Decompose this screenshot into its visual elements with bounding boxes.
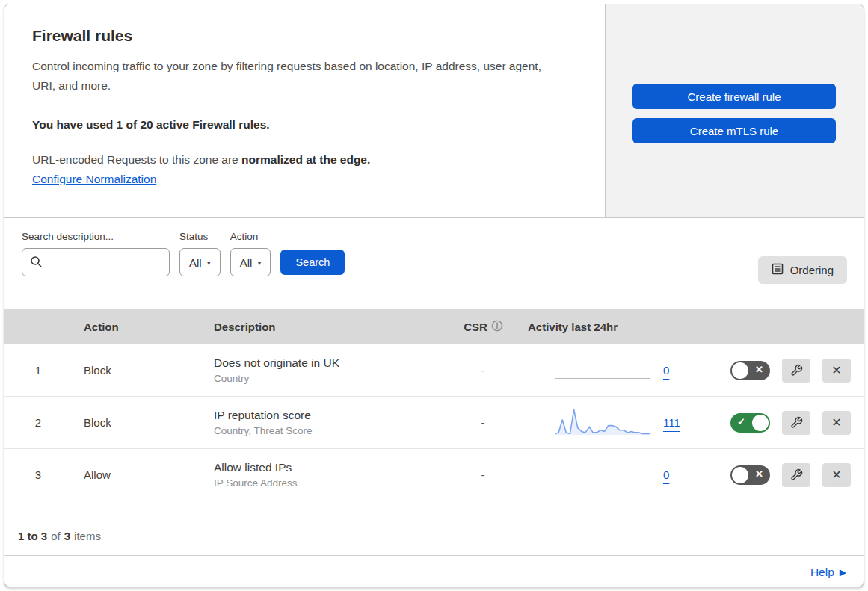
rule-description: IP reputation score [214, 409, 453, 422]
close-icon: ✕ [831, 363, 841, 377]
rule-controls: ✓ ✕ [714, 411, 864, 435]
table-header: Action Description CSR ⓘ Activity last 2… [4, 309, 864, 344]
normalization-bold: normalized at the edge. [241, 153, 370, 166]
rule-description-cell: Does not originate in UK Country [214, 356, 453, 384]
activity-sparkline [555, 460, 650, 490]
filter-group: Search description... Status All ▾ Actio… [22, 231, 847, 276]
ordering-label: Ordering [790, 264, 834, 276]
page-description: Control incoming traffic to your zone by… [32, 57, 567, 96]
rule-controls: ✕ ✕ [714, 359, 864, 383]
action-label: Action [230, 231, 271, 242]
activity-count-link[interactable]: 0 [663, 468, 669, 481]
rule-csr: - [453, 364, 513, 377]
toggle-off-x-icon: ✕ [755, 468, 763, 480]
help-row: Help ▶ [4, 556, 864, 587]
table-row: 3 Allow Allow listed IPs IP Source Addre… [4, 449, 864, 501]
search-label: Search description... [22, 231, 170, 242]
normalization-note: URL-encoded Requests to this zone are no… [32, 153, 575, 167]
rule-description: Does not originate in UK [214, 356, 453, 370]
table-row: 2 Block IP reputation score Country, Thr… [4, 397, 864, 449]
csr-header-label: CSR [464, 321, 487, 333]
delete-rule-button[interactable]: ✕ [822, 411, 851, 435]
normalization-prefix: URL-encoded Requests to this zone are [32, 153, 241, 166]
edit-rule-button[interactable] [782, 463, 810, 487]
close-icon: ✕ [831, 415, 841, 430]
actions-panel: Create firewall rule Create mTLS rule [606, 4, 864, 217]
pagination-total: 3 [64, 530, 70, 542]
action-filter-group: Action All ▾ [230, 231, 271, 276]
search-box [22, 248, 170, 276]
edit-rule-button[interactable] [782, 411, 810, 435]
activity-count-link[interactable]: 111 [663, 416, 680, 429]
pagination-items: items [74, 530, 101, 542]
edit-rule-button[interactable] [782, 359, 810, 383]
create-mtls-rule-button[interactable]: Create mTLS rule [632, 118, 836, 143]
chevron-down-icon: ▾ [207, 259, 211, 267]
wrench-icon [790, 416, 803, 429]
rule-action: Block [72, 364, 214, 377]
rule-priority: 2 [4, 416, 72, 429]
usage-summary: You have used 1 of 20 active Firewall ru… [32, 118, 575, 131]
rule-activity-cell: 0 [513, 460, 714, 490]
action-dropdown[interactable]: All ▾ [230, 248, 271, 276]
status-value: All [189, 256, 202, 269]
activity-sparkline [555, 356, 650, 386]
rule-enabled-toggle[interactable]: ✕ [730, 361, 770, 380]
pagination-summary: 1 to 3 of 3 items [4, 501, 864, 556]
rule-activity-cell: 111 [513, 408, 714, 438]
rule-description-cell: IP reputation score Country, Threat Scor… [214, 409, 453, 436]
help-link[interactable]: Help ▶ [810, 566, 846, 579]
csr-column-header: CSR ⓘ [453, 320, 513, 333]
rule-enabled-toggle[interactable]: ✕ [730, 465, 770, 485]
rule-criteria: Country [214, 373, 453, 384]
rule-enabled-toggle[interactable]: ✓ [730, 413, 770, 433]
rule-action: Allow [72, 468, 214, 481]
delete-rule-button[interactable]: ✕ [822, 359, 851, 383]
header-section: Firewall rules Control incoming traffic … [4, 4, 864, 218]
create-firewall-rule-button[interactable]: Create firewall rule [632, 84, 836, 109]
activity-column-header: Activity last 24hr [513, 321, 714, 333]
toggle-thumb [732, 467, 748, 483]
list-document-icon [772, 263, 784, 277]
rule-activity-cell: 0 [513, 356, 714, 386]
configure-normalization-link[interactable]: Configure Normalization [32, 173, 156, 186]
pagination-range: 1 to 3 [18, 530, 47, 542]
toggle-thumb [752, 415, 769, 431]
chevron-down-icon: ▾ [257, 259, 261, 267]
description-column-header: Description [214, 321, 453, 333]
activity-count-link[interactable]: 0 [663, 364, 669, 377]
toggle-thumb [732, 362, 748, 379]
toggle-on-check-icon: ✓ [737, 416, 745, 427]
rule-criteria: IP Source Address [214, 477, 453, 489]
delete-rule-button[interactable]: ✕ [822, 463, 851, 487]
page-title: Firewall rules [32, 27, 575, 45]
search-input[interactable] [22, 248, 170, 276]
rule-csr: - [453, 416, 513, 429]
pagination-of: of [51, 530, 61, 542]
help-label: Help [810, 566, 834, 579]
table-row: 1 Block Does not originate in UK Country… [4, 344, 864, 397]
wrench-icon [790, 468, 803, 481]
firewall-rules-card: Firewall rules Control incoming traffic … [4, 4, 864, 587]
activity-sparkline [555, 408, 650, 438]
rule-csr: - [453, 468, 513, 481]
help-arrow-icon: ▶ [840, 567, 846, 578]
status-dropdown[interactable]: All ▾ [179, 248, 221, 276]
status-label: Status [179, 231, 221, 242]
rule-criteria: Country, Threat Score [214, 425, 453, 436]
ordering-button[interactable]: Ordering [758, 256, 847, 284]
rule-description-cell: Allow listed IPs IP Source Address [214, 461, 453, 489]
rule-description: Allow listed IPs [214, 461, 453, 474]
wrench-icon [790, 364, 803, 377]
search-button[interactable]: Search [280, 250, 345, 275]
header-text-panel: Firewall rules Control incoming traffic … [4, 4, 606, 217]
rule-priority: 3 [4, 468, 72, 481]
filter-bar: Search description... Status All ▾ Actio… [4, 218, 864, 309]
status-filter-group: Status All ▾ [179, 231, 221, 276]
rule-controls: ✕ ✕ [714, 463, 864, 487]
toggle-off-x-icon: ✕ [755, 364, 763, 375]
action-value: All [240, 256, 253, 269]
rule-priority: 1 [4, 364, 72, 377]
info-icon[interactable]: ⓘ [492, 320, 502, 333]
rule-action: Block [72, 416, 214, 429]
